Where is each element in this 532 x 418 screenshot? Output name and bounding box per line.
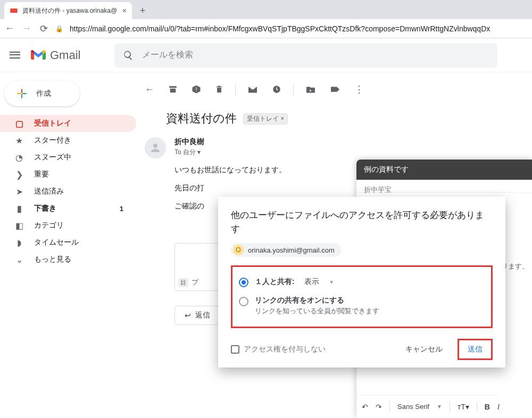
- compose-button[interactable]: 作成: [4, 81, 80, 106]
- labels-icon[interactable]: [330, 85, 340, 94]
- send-button[interactable]: 送信: [460, 340, 490, 358]
- gmail-logo-text: Gmail: [50, 48, 80, 62]
- gmail-favicon: [10, 6, 18, 15]
- sidebar-item-label: 受信トレイ: [34, 119, 71, 128]
- compose-title-bar[interactable]: 例の資料です: [356, 160, 532, 180]
- attachment-label: プ: [192, 278, 198, 287]
- sidebar-item-sent[interactable]: ➤ 送信済み: [0, 183, 136, 200]
- bold-icon[interactable]: B: [485, 403, 490, 411]
- compose-title: 例の資料です: [364, 165, 409, 173]
- sidebar-item-label: タイムセール: [34, 238, 79, 247]
- no-access-checkbox[interactable]: [231, 345, 239, 354]
- reply-button[interactable]: ↩ 返信: [174, 306, 220, 325]
- dialog-title: 他のユーザーにファイルへのアクセスを許可する必要があります: [231, 208, 493, 236]
- sidebar-item-label: カテゴリ: [34, 221, 64, 230]
- clock-icon: ◔: [14, 153, 24, 163]
- main-menu-icon[interactable]: [9, 49, 21, 62]
- font-select[interactable]: Sans Serif: [397, 403, 429, 411]
- more-icon[interactable]: ⋮: [354, 83, 364, 95]
- inbox-icon: ▢: [14, 119, 24, 129]
- back-icon[interactable]: ←: [145, 84, 154, 95]
- share-option-people[interactable]: １人と共有: 表示 ▼: [237, 272, 487, 291]
- cancel-button[interactable]: キャンセル: [398, 340, 450, 358]
- sender-avatar[interactable]: [145, 137, 166, 158]
- svg-point-2: [153, 144, 157, 148]
- chevron-down-icon: ⌄: [14, 255, 24, 265]
- sidebar-item-label-timesale[interactable]: ◗ タイムセール: [0, 234, 136, 251]
- browser-toolbar: ← → ⟳ 🔒 https://mail.google.com/mail/u/0…: [0, 19, 532, 38]
- no-access-label: アクセス権を付与しない: [244, 345, 394, 354]
- important-icon: ❯: [14, 170, 24, 180]
- mark-unread-icon[interactable]: [247, 85, 258, 94]
- sidebar-item-starred[interactable]: ★ スター付き: [0, 132, 136, 149]
- sidebar-item-label: スヌーズ中: [34, 153, 71, 162]
- options-highlight: １人と共有: 表示 ▼ リンクの共有をオンにする リンクを知っている全員が閲覧で…: [231, 265, 493, 328]
- category-icon: ◧: [14, 221, 24, 231]
- gmail-m-icon: [30, 49, 47, 62]
- permission-select[interactable]: 表示 ▼: [304, 277, 334, 287]
- reply-label: 返信: [195, 311, 210, 320]
- close-tab-icon[interactable]: ×: [122, 6, 127, 15]
- undo-icon[interactable]: ↶: [362, 403, 368, 411]
- sidebar-item-snoozed[interactable]: ◔ スヌーズ中: [0, 149, 136, 166]
- nav-back-icon[interactable]: ←: [4, 23, 15, 34]
- divider: [389, 402, 390, 412]
- divider: [293, 84, 294, 95]
- recipient-chip[interactable]: O orinaka.yoshimi@gmail.com: [231, 243, 341, 257]
- label-icon: ◗: [14, 238, 24, 248]
- divider: [450, 402, 450, 412]
- spam-icon[interactable]: !: [192, 85, 201, 94]
- sidebar-item-label: 下書き: [34, 204, 110, 213]
- delete-icon[interactable]: [215, 85, 223, 94]
- radio-selected-icon[interactable]: [239, 278, 248, 287]
- recipient-email: orinaka.yoshimi@gmail.com: [248, 246, 335, 254]
- sidebar-item-categories[interactable]: ◧ カテゴリ: [0, 217, 136, 234]
- url-bar[interactable]: https://mail.google.com/mail/u/0/?tab=rm…: [70, 24, 490, 33]
- redo-icon[interactable]: ↷: [376, 403, 382, 411]
- draft-icon: ▮: [14, 204, 24, 214]
- compose-recipient-row[interactable]: 折中芋宝: [356, 180, 532, 193]
- recipient-avatar: O: [233, 245, 244, 255]
- permission-value: 表示: [304, 277, 319, 287]
- browser-tab[interactable]: 資料送付の件 - yasawa.orinaka@ ×: [4, 2, 132, 19]
- sidebar: 作成 ▢ 受信トレイ ★ スター付き ◔ スヌーズ中 ❯ 重要 ➤ 送信済み ▮…: [0, 72, 136, 418]
- sent-icon: ➤: [14, 187, 24, 197]
- to-line[interactable]: To 自分 ▾: [174, 148, 523, 157]
- nav-reload-icon[interactable]: ⟳: [38, 23, 49, 35]
- subject-label-chip[interactable]: 受信トレイ ×: [243, 113, 288, 124]
- sidebar-item-label: 送信済み: [34, 187, 64, 196]
- sidebar-item-important[interactable]: ❯ 重要: [0, 166, 136, 183]
- new-tab-button[interactable]: +: [135, 3, 150, 18]
- sender-name: 折中良樹: [174, 137, 523, 147]
- compose-label: 作成: [36, 89, 51, 98]
- doc-type-chip: 目: [178, 278, 188, 287]
- compose-plus-icon: [15, 87, 29, 101]
- option-label: １人と共有:: [255, 277, 295, 286]
- gmail-logo[interactable]: Gmail: [30, 48, 80, 62]
- chevron-down-icon[interactable]: ▼: [437, 404, 442, 409]
- sidebar-item-label: もっと見る: [34, 255, 71, 264]
- sidebar-item-drafts[interactable]: ▮ 下書き 1: [0, 200, 136, 217]
- archive-icon[interactable]: [168, 85, 178, 94]
- snooze-icon[interactable]: [272, 85, 281, 94]
- search-placeholder: メールを検索: [142, 49, 193, 61]
- search-bar[interactable]: メールを検索: [114, 43, 497, 68]
- browser-tab-title: 資料送付の件 - yasawa.orinaka@: [22, 6, 118, 15]
- sidebar-item-inbox[interactable]: ▢ 受信トレイ: [0, 115, 136, 132]
- svg-text:!: !: [196, 86, 197, 93]
- nav-forward-icon: →: [21, 23, 32, 34]
- share-option-link[interactable]: リンクの共有をオンにする リンクを知っている全員が閲覧できます: [237, 291, 487, 320]
- italic-icon[interactable]: I: [497, 403, 500, 411]
- subject: 資料送付の件: [166, 111, 237, 127]
- option-label: リンクの共有をオンにする: [255, 296, 379, 305]
- radio-unselected-icon[interactable]: [239, 297, 248, 306]
- font-size-icon[interactable]: тT▾: [458, 403, 469, 411]
- divider: [235, 84, 236, 95]
- send-highlight: 送信: [458, 339, 493, 360]
- sidebar-item-more[interactable]: ⌄ もっと見る: [0, 251, 136, 268]
- chevron-down-icon: ▼: [329, 279, 334, 285]
- sidebar-item-label: 重要: [34, 170, 49, 179]
- move-to-icon[interactable]: [305, 85, 316, 94]
- search-icon[interactable]: [123, 50, 134, 61]
- draft-count: 1: [120, 205, 123, 213]
